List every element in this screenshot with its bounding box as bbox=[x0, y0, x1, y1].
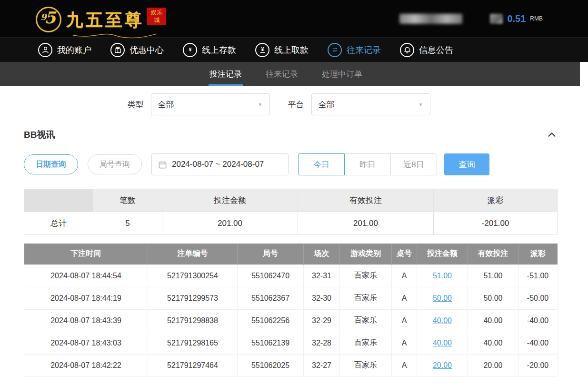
table-row: 2024-08-07 18:43:03 521791298165 5510621… bbox=[24, 332, 558, 354]
summary-header-row: 笔数 投注金额 有效投注 派彩 bbox=[24, 189, 558, 212]
cell-session: 32-28 bbox=[304, 332, 340, 354]
platform-select[interactable]: 全部 ▼ bbox=[311, 93, 430, 115]
tab-label: 往来记录 bbox=[266, 69, 298, 80]
col-bet-amount: 投注金额 bbox=[417, 244, 468, 264]
site-logo[interactable]: 9 5 九五至尊 娱乐 城 bbox=[36, 5, 166, 32]
cell-table: A bbox=[392, 332, 417, 354]
logo-badge-line2: 城 bbox=[148, 17, 165, 24]
nav-item-promotions[interactable]: 优惠中心 bbox=[110, 43, 164, 57]
last-8-days-button[interactable]: 近8日 bbox=[390, 153, 437, 175]
cell-bet: 40.00 bbox=[417, 309, 468, 332]
summary-table: 笔数 投注金额 有效投注 派彩 总计 5 201.00 201.00 -201.… bbox=[24, 189, 558, 235]
bet-records-table: 下注时间 注单编号 局号 场次 游戏类别 桌号 投注金额 有效投注 派彩 202… bbox=[24, 244, 558, 377]
cell-order: 521791298165 bbox=[148, 332, 238, 354]
table-header-row: 下注时间 注单编号 局号 场次 游戏类别 桌号 投注金额 有效投注 派彩 bbox=[24, 244, 558, 264]
summary-payout-value: -201.00 bbox=[434, 212, 558, 235]
nav-item-withdraw[interactable]: ¥ 线上取款 bbox=[255, 43, 309, 57]
table-row: 2024-08-07 18:42:22 521791297464 5510620… bbox=[24, 354, 558, 376]
cell-game: 百家乐 bbox=[340, 332, 392, 354]
nav-item-my-account[interactable]: 我的账户 bbox=[38, 43, 91, 57]
cell-round: 551062256 bbox=[238, 309, 304, 332]
svg-text:¥: ¥ bbox=[189, 47, 191, 52]
summary-count-value: 5 bbox=[93, 212, 162, 235]
cell-order: 521791297464 bbox=[148, 354, 238, 376]
header-right: 0.51 RMB bbox=[399, 13, 543, 24]
content: 类型 全部 ▼ 平台 全部 ▼ BB视讯 日期查询 bbox=[0, 93, 588, 377]
user-icon bbox=[38, 43, 52, 57]
nav-item-announcements[interactable]: 信息公告 bbox=[400, 43, 453, 57]
tab-processing-orders[interactable]: 处理中订单 bbox=[321, 62, 363, 86]
logo-badge-line1: 娱乐 bbox=[148, 9, 165, 17]
logo-badge: 娱乐 城 bbox=[147, 8, 166, 25]
filter-row: 类型 全部 ▼ 平台 全部 ▼ bbox=[0, 93, 573, 115]
cell-valid: 51.00 bbox=[468, 264, 518, 287]
round-query-button[interactable]: 局号查询 bbox=[88, 154, 142, 174]
calendar-icon bbox=[158, 160, 167, 169]
cell-table: A bbox=[392, 309, 417, 332]
records-subnav: 投注记录 往来记录 处理中订单 bbox=[0, 62, 580, 86]
summary-valid-value: 201.00 bbox=[298, 212, 434, 235]
tab-label: 投注记录 bbox=[209, 69, 242, 80]
date-query-button[interactable]: 日期查询 bbox=[24, 154, 78, 174]
tab-bet-records[interactable]: 投注记录 bbox=[209, 62, 243, 86]
nav-item-label: 线上取款 bbox=[274, 44, 309, 56]
col-game-type: 游戏类别 bbox=[340, 244, 392, 264]
platform-filter: 平台 全部 ▼ bbox=[288, 93, 430, 115]
query-bar: 日期查询 局号查询 2024-08-07 ~ 2024-08-07 今日 昨日 … bbox=[24, 153, 588, 175]
nav-item-deposit[interactable]: ¥ 线上存款 bbox=[183, 43, 236, 57]
cell-session: 32-27 bbox=[304, 354, 340, 376]
withdraw-icon: ¥ bbox=[255, 43, 269, 57]
search-button[interactable]: 查询 bbox=[444, 153, 489, 175]
date-range-picker[interactable]: 2024-08-07 ~ 2024-08-07 bbox=[151, 153, 289, 175]
bet-amount-link[interactable]: 40.00 bbox=[433, 339, 452, 347]
chevron-down-icon: ▼ bbox=[419, 102, 423, 107]
cell-valid: 40.00 bbox=[468, 332, 518, 354]
cell-payout: -40.00 bbox=[518, 332, 558, 354]
tab-transaction-records[interactable]: 往来记录 bbox=[265, 62, 299, 86]
cell-order: 521791299573 bbox=[148, 287, 238, 309]
yesterday-button[interactable]: 昨日 bbox=[344, 153, 391, 175]
quick-date-group: 今日 昨日 近8日 bbox=[298, 153, 437, 175]
summary-header-bet: 投注金额 bbox=[162, 189, 298, 212]
nav-item-records[interactable]: 往来记录 bbox=[328, 43, 381, 57]
nav-item-label: 往来记录 bbox=[347, 44, 381, 56]
summary-header-valid: 有效投注 bbox=[298, 189, 434, 212]
col-valid-bet: 有效投注 bbox=[468, 244, 518, 264]
cell-time: 2024-08-07 18:43:03 bbox=[24, 332, 148, 354]
cell-payout: -40.00 bbox=[518, 309, 558, 332]
cell-round: 551062367 bbox=[238, 287, 304, 309]
col-bet-time: 下注时间 bbox=[24, 244, 148, 264]
balance[interactable]: 0.51 RMB bbox=[490, 13, 543, 24]
table-row: 2024-08-07 18:43:39 521791298838 5510622… bbox=[24, 309, 558, 332]
type-select[interactable]: 全部 ▼ bbox=[151, 93, 270, 115]
col-round-number: 局号 bbox=[238, 244, 304, 264]
platform-filter-label: 平台 bbox=[288, 99, 304, 110]
cell-session: 32-30 bbox=[304, 287, 340, 309]
balance-currency: RMB bbox=[530, 15, 543, 22]
cell-game: 百家乐 bbox=[340, 287, 392, 309]
chevron-up-icon[interactable] bbox=[547, 130, 557, 140]
cell-time: 2024-08-07 18:43:39 bbox=[24, 309, 148, 332]
summary-header-empty bbox=[24, 189, 93, 212]
cell-round: 551062139 bbox=[238, 332, 304, 354]
bet-amount-link[interactable]: 40.00 bbox=[433, 316, 452, 325]
table-row: 2024-08-07 18:44:19 521791299573 5510623… bbox=[24, 287, 558, 309]
nav-item-label: 优惠中心 bbox=[130, 44, 164, 56]
bet-amount-link[interactable]: 50.00 bbox=[433, 294, 452, 302]
date-range-value: 2024-08-07 ~ 2024-08-07 bbox=[172, 160, 264, 169]
balance-chip-redacted bbox=[490, 14, 503, 24]
main-nav: 我的账户 优惠中心 ¥ 线上存款 ¥ 线上取款 往来记录 bbox=[0, 37, 588, 62]
cell-round: 551062470 bbox=[238, 264, 304, 287]
bet-amount-link[interactable]: 20.00 bbox=[433, 361, 452, 369]
cell-game: 百家乐 bbox=[340, 264, 392, 287]
section-head: BB视讯 bbox=[24, 129, 557, 141]
table-row: 2024-08-07 18:44:54 521791300254 5510624… bbox=[24, 264, 558, 287]
today-button[interactable]: 今日 bbox=[298, 153, 345, 175]
cell-bet: 20.00 bbox=[417, 354, 468, 376]
bet-amount-link[interactable]: 51.00 bbox=[433, 272, 452, 280]
col-order-number: 注单编号 bbox=[148, 244, 238, 264]
chevron-down-icon: ▼ bbox=[258, 102, 263, 107]
platform-select-value: 全部 bbox=[319, 99, 335, 110]
cell-payout: -20.00 bbox=[518, 354, 558, 376]
cell-game: 百家乐 bbox=[340, 309, 392, 332]
